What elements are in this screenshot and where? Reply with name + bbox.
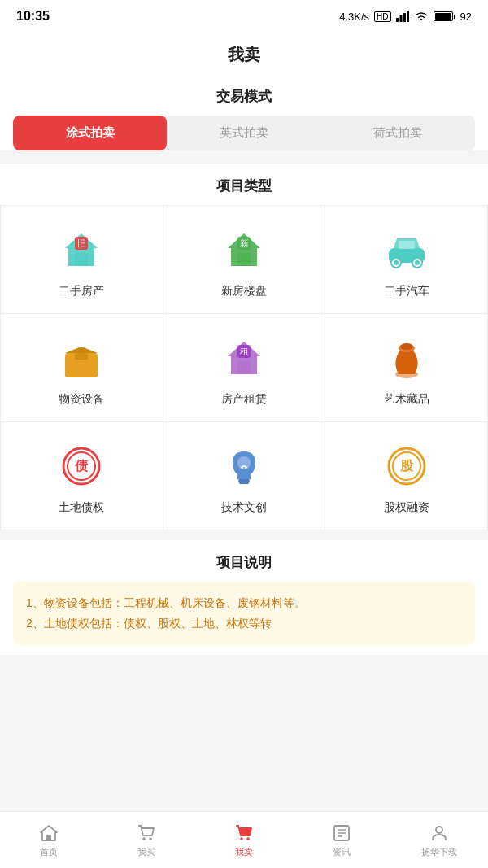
- trade-tabs: 涂式拍卖 英式拍卖 荷式拍卖: [13, 116, 475, 150]
- cart-sell-icon: [233, 822, 255, 844]
- svg-rect-1: [399, 15, 402, 22]
- nav-item-user[interactable]: 扬华下载: [390, 822, 488, 858]
- nav-item-home[interactable]: 首页: [0, 822, 98, 858]
- wifi-icon: [414, 11, 429, 22]
- project-desc-section: 项目说明 1、物资设备包括：工程机械、机床设备、废钢材料等。 2、土地债权包括：…: [0, 540, 488, 655]
- house-rent-icon: 租: [218, 332, 270, 384]
- project-cell-debt[interactable]: 债 土地债权: [1, 422, 163, 530]
- svg-text:股: 股: [399, 459, 414, 473]
- status-right: 4.3K/s HD 92: [339, 11, 472, 23]
- bottom-nav: 首页 我买 我卖: [0, 811, 488, 868]
- svg-rect-21: [75, 353, 88, 360]
- nav-item-sell[interactable]: 我卖: [195, 822, 293, 858]
- home-icon: [38, 822, 59, 844]
- project-cell-new-house[interactable]: 新 新房楼盘: [163, 206, 326, 314]
- label-secondhand-house: 二手房产: [59, 284, 104, 299]
- vase-icon: [381, 332, 433, 384]
- svg-point-16: [394, 260, 399, 265]
- battery-level: 92: [460, 11, 472, 23]
- svg-text:新: 新: [239, 238, 248, 248]
- nav-label-sell: 我卖: [235, 846, 253, 858]
- nav-label-buy: 我买: [137, 846, 155, 858]
- tab-tulshi[interactable]: 涂式拍卖: [13, 116, 167, 150]
- desc-line-1: 1、物资设备包括：工程机械、机床设备、废钢材料等。: [26, 593, 462, 613]
- nav-item-news[interactable]: 资讯: [293, 822, 390, 858]
- user-icon: [429, 822, 450, 844]
- svg-rect-18: [399, 241, 415, 249]
- news-icon: [331, 822, 352, 844]
- svg-rect-9: [237, 253, 251, 266]
- house-new-icon: 新: [218, 224, 270, 276]
- nav-label-news: 资讯: [333, 846, 351, 858]
- project-cell-equipment[interactable]: 物资设备: [1, 314, 163, 422]
- svg-rect-3: [407, 11, 409, 22]
- tab-yingshi[interactable]: 英式拍卖: [167, 116, 320, 150]
- svg-marker-20: [65, 347, 98, 353]
- label-new-house: 新房楼盘: [221, 284, 267, 299]
- car-icon: [381, 224, 433, 276]
- label-tech: 技术文创: [221, 500, 267, 515]
- project-cell-art[interactable]: 艺术藏品: [325, 314, 488, 422]
- svg-point-28: [400, 343, 413, 350]
- house-old-icon: 旧: [55, 224, 107, 276]
- box-icon: [55, 332, 107, 384]
- svg-text:债: 债: [74, 459, 89, 473]
- svg-rect-41: [46, 835, 51, 840]
- svg-rect-36: [239, 482, 249, 484]
- project-cell-rent[interactable]: 租 房产租赁: [163, 314, 326, 422]
- svg-text:租: 租: [239, 347, 248, 356]
- label-equipment: 物资设备: [59, 392, 104, 407]
- network-speed: 4.3K/s: [339, 11, 369, 23]
- svg-point-17: [415, 260, 420, 265]
- svg-point-44: [240, 837, 243, 840]
- signal-icon: [396, 11, 409, 22]
- label-stock: 股权融资: [384, 500, 429, 515]
- project-type-section: 项目类型 旧 二手房产: [0, 164, 488, 530]
- svg-rect-5: [75, 253, 88, 266]
- idea-icon: [218, 440, 270, 492]
- status-bar: 10:35 4.3K/s HD 92: [0, 0, 488, 33]
- svg-point-45: [246, 837, 250, 840]
- debt-icon: 债: [55, 440, 107, 492]
- svg-rect-35: [238, 479, 250, 482]
- trade-mode-section: 交易模式 涂式拍卖 英式拍卖 荷式拍卖: [0, 74, 488, 150]
- svg-rect-23: [237, 361, 251, 374]
- svg-point-43: [149, 837, 152, 840]
- battery-icon: [434, 11, 455, 21]
- cart-buy-icon: [136, 822, 157, 844]
- svg-point-52: [436, 827, 442, 833]
- project-cell-secondhand-car[interactable]: 二手汽车: [325, 206, 488, 314]
- svg-rect-0: [396, 18, 399, 22]
- page-title: 我卖: [0, 44, 488, 66]
- nav-label-home: 首页: [40, 846, 58, 858]
- label-art: 艺术藏品: [384, 392, 429, 407]
- svg-rect-2: [403, 13, 406, 22]
- project-grid: 旧 二手房产 新 新房楼盘: [0, 205, 488, 530]
- hd-badge: HD: [374, 11, 390, 22]
- project-type-title: 项目类型: [0, 164, 488, 205]
- project-cell-tech[interactable]: 技术文创: [163, 422, 326, 530]
- status-time: 10:35: [16, 9, 50, 24]
- nav-item-buy[interactable]: 我买: [98, 822, 195, 858]
- label-rent: 房产租赁: [221, 392, 267, 407]
- nav-label-user: 扬华下载: [421, 846, 457, 858]
- trade-mode-title: 交易模式: [0, 74, 488, 116]
- stock-icon: 股: [381, 440, 433, 492]
- svg-text:旧: 旧: [77, 238, 86, 248]
- description-box: 1、物资设备包括：工程机械、机床设备、废钢材料等。 2、土地债权包括：债权、股权…: [13, 582, 475, 645]
- tab-heshi[interactable]: 荷式拍卖: [321, 116, 475, 150]
- label-secondhand-car: 二手汽车: [384, 284, 429, 299]
- project-cell-secondhand-house[interactable]: 旧 二手房产: [1, 206, 163, 314]
- project-desc-title: 项目说明: [0, 540, 488, 582]
- desc-line-2: 2、土地债权包括：债权、股权、土地、林权等转: [26, 613, 462, 634]
- page-title-bar: 我卖: [0, 33, 488, 74]
- svg-point-42: [142, 837, 146, 840]
- project-cell-stock[interactable]: 股 股权融资: [325, 422, 488, 530]
- main-content: 交易模式 涂式拍卖 英式拍卖 荷式拍卖 项目类型 旧: [0, 74, 488, 861]
- svg-point-32: [237, 456, 251, 469]
- label-debt: 土地债权: [59, 500, 104, 515]
